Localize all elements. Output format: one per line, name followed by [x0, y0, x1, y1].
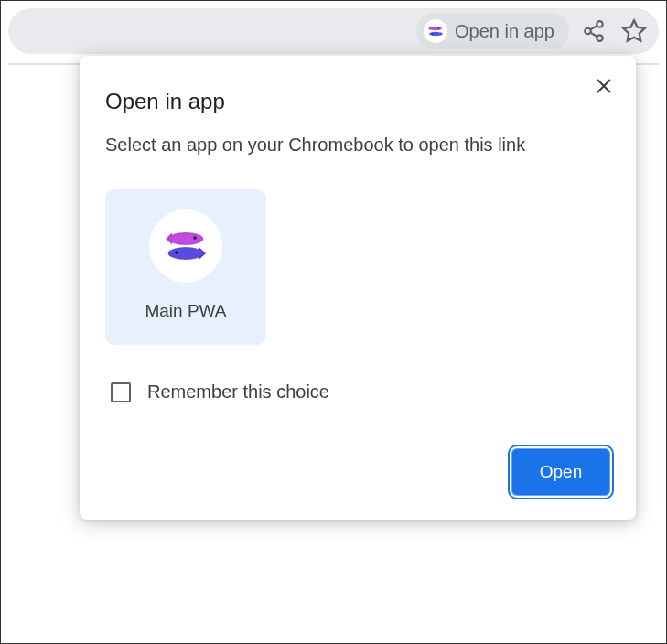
- svg-point-8: [597, 35, 603, 41]
- bookmark-star-icon[interactable]: [619, 16, 650, 47]
- svg-point-3: [429, 32, 442, 36]
- svg-marker-4: [441, 32, 444, 36]
- open-button[interactable]: Open: [511, 448, 610, 496]
- remember-choice-checkbox[interactable]: [111, 382, 131, 402]
- svg-point-7: [585, 28, 591, 35]
- app-tile-icon: [149, 209, 222, 283]
- svg-line-10: [590, 33, 597, 37]
- app-icon: [424, 19, 447, 43]
- omnibox-bar: Open in app: [8, 8, 659, 54]
- svg-point-21: [175, 251, 178, 254]
- svg-marker-1: [428, 27, 431, 30]
- apps-list: Main PWA: [105, 189, 610, 345]
- svg-point-6: [597, 21, 603, 27]
- open-in-app-dialog: Open in app Select an app on your Chrome…: [80, 56, 636, 520]
- dialog-actions: Open: [105, 448, 610, 496]
- remember-choice-row: Remember this choice: [105, 381, 610, 402]
- dialog-subtitle: Select an app on your Chromebook to open…: [105, 131, 610, 158]
- svg-point-0: [429, 27, 442, 30]
- share-icon[interactable]: [578, 16, 609, 47]
- app-tile-main-pwa[interactable]: Main PWA: [105, 189, 266, 345]
- svg-marker-15: [166, 233, 172, 245]
- dialog-title: Open in app: [105, 89, 610, 114]
- svg-point-5: [432, 33, 434, 35]
- svg-point-17: [193, 236, 197, 240]
- remember-choice-label: Remember this choice: [147, 381, 329, 402]
- chip-label: Open in app: [455, 21, 554, 42]
- app-tile-label: Main PWA: [145, 301, 226, 321]
- svg-point-2: [438, 27, 440, 29]
- svg-marker-11: [623, 20, 644, 40]
- svg-line-9: [590, 26, 597, 29]
- open-in-app-chip[interactable]: Open in app: [416, 13, 569, 49]
- close-button[interactable]: [590, 72, 618, 100]
- svg-marker-19: [199, 248, 206, 260]
